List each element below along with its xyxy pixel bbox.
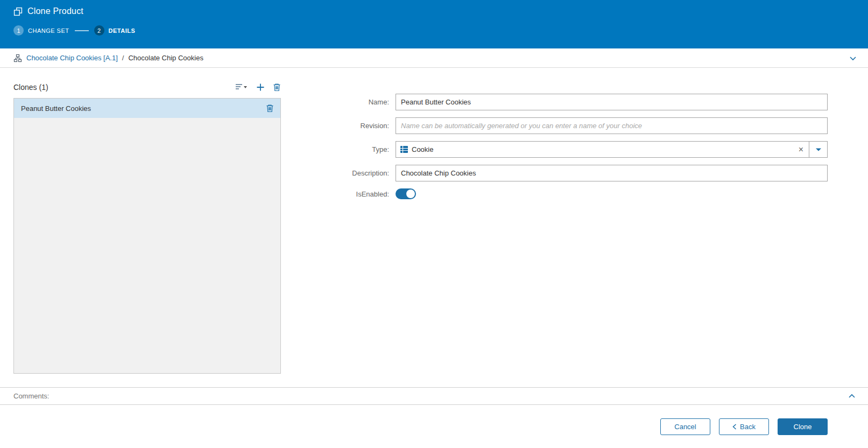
revision-field[interactable] [396, 117, 828, 134]
chevron-up-icon[interactable] [848, 392, 856, 401]
step-1-circle: 1 [13, 25, 24, 36]
delete-clone-button[interactable] [273, 83, 281, 92]
step-connector-line [75, 30, 89, 31]
is-enabled-label: IsEnabled: [281, 190, 396, 198]
dialog-title: Clone Product [27, 6, 83, 16]
chevron-left-icon [732, 424, 737, 430]
breadcrumb: Chocolate Chip Cookies [A.1] / Chocolate… [0, 48, 868, 68]
cancel-button[interactable]: Cancel [660, 418, 710, 435]
clones-list: Peanut Butter Cookies [13, 98, 281, 374]
clones-toolbar [235, 83, 281, 92]
type-label: Type: [281, 145, 396, 153]
clones-panel: Clones (1) [13, 68, 281, 387]
step-2-circle: 2 [94, 25, 104, 36]
breadcrumb-separator: / [122, 54, 124, 62]
step-indicator: 1 CHANGE SET 2 DETAILS [13, 25, 855, 36]
add-clone-button[interactable] [256, 83, 265, 92]
type-dropdown-button[interactable] [809, 142, 827, 157]
step-change-set[interactable]: 1 CHANGE SET [13, 25, 69, 36]
back-button[interactable]: Back [719, 418, 769, 435]
main-content: Clones (1) [0, 68, 868, 387]
clone-item-name: Peanut Butter Cookies [21, 104, 91, 113]
chevron-down-icon[interactable] [849, 54, 857, 62]
step-2-label: DETAILS [109, 27, 136, 34]
clones-panel-title: Clones (1) [13, 83, 48, 92]
is-enabled-toggle[interactable] [396, 188, 416, 199]
dialog-header: Clone Product 1 CHANGE SET 2 DETAILS [0, 0, 868, 48]
description-label: Description: [281, 169, 396, 177]
item-trash-icon[interactable] [266, 104, 274, 113]
step-1-label: CHANGE SET [28, 27, 69, 34]
breadcrumb-link[interactable]: Chocolate Chip Cookies [A.1] [26, 54, 118, 62]
clone-button[interactable]: Clone [778, 418, 828, 435]
list-item[interactable]: Peanut Butter Cookies [14, 99, 280, 118]
sort-filter-button[interactable] [235, 83, 248, 92]
comments-section: Comments: [0, 387, 868, 405]
revision-label: Revision: [281, 122, 396, 130]
name-field[interactable] [396, 94, 828, 110]
clone-icon [13, 7, 23, 16]
dialog-footer: Cancel Back Clone [0, 405, 868, 448]
type-combo[interactable]: Cookie × [396, 141, 828, 158]
comments-label: Comments: [13, 392, 49, 400]
details-form: Name: Revision: Type: Cookie × [281, 68, 828, 387]
breadcrumb-current: Chocolate Chip Cookies [128, 54, 203, 62]
name-label: Name: [281, 98, 396, 106]
clear-type-icon[interactable]: × [793, 145, 809, 154]
item-type-icon [400, 146, 408, 153]
type-value: Cookie [412, 145, 433, 153]
toggle-knob [406, 190, 415, 198]
product-structure-icon [13, 54, 22, 62]
step-details[interactable]: 2 DETAILS [94, 25, 136, 36]
description-field[interactable] [396, 165, 828, 181]
